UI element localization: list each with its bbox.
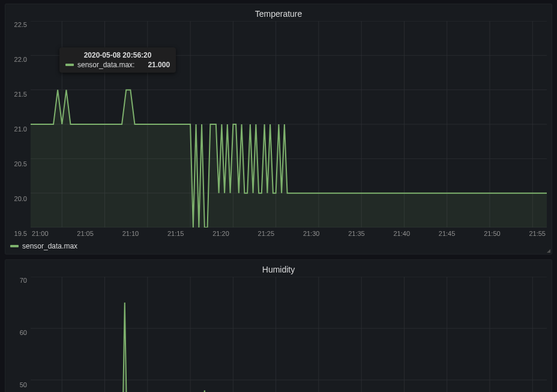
chart-area-humidity: 7060504030 21:0021:0521:1021:1521:2021:2… — [10, 277, 547, 392]
y-tick: 60 — [20, 329, 27, 336]
panel-humidity[interactable]: Humidity 7060504030 21:0021:0521:1021:15… — [5, 259, 552, 392]
y-tick: 20.5 — [14, 160, 27, 167]
panel-title-humidity: Humidity — [10, 265, 547, 274]
chart-area-temperature: 22.522.021.521.020.520.019.5 21:0021:052… — [10, 21, 547, 237]
y-axis-temperature: 22.522.021.521.020.520.019.5 — [10, 21, 31, 237]
x-tick: 21:15 — [167, 230, 184, 237]
x-tick: 21:35 — [348, 230, 365, 237]
y-tick: 20.0 — [14, 195, 27, 202]
x-tick: 21:00 — [32, 230, 49, 237]
y-tick: 19.5 — [14, 230, 27, 237]
x-tick: 21:55 — [529, 230, 546, 237]
y-tick: 50 — [20, 381, 27, 388]
panel-temperature[interactable]: Temperature 22.522.021.521.020.520.019.5… — [5, 4, 552, 255]
y-tick: 22.5 — [14, 21, 27, 28]
x-tick: 21:20 — [212, 230, 229, 237]
resize-handle-icon[interactable] — [547, 249, 550, 253]
svg-rect-20 — [31, 277, 547, 392]
y-tick: 22.0 — [14, 56, 27, 63]
panel-title-temperature: Temperature — [10, 9, 547, 19]
x-tick: 21:50 — [484, 230, 501, 237]
legend-swatch-icon — [10, 245, 19, 247]
legend-temperature[interactable]: sensor_data.max — [10, 242, 547, 250]
x-tick: 21:25 — [258, 230, 275, 237]
y-tick: 70 — [20, 277, 27, 284]
plot-humidity[interactable] — [31, 277, 547, 392]
x-tick: 21:30 — [303, 230, 320, 237]
x-tick: 21:05 — [77, 230, 94, 237]
legend-label: sensor_data.max — [22, 242, 77, 250]
x-axis-temperature: 21:0021:0521:1021:1521:2021:2521:3021:35… — [31, 230, 547, 237]
x-tick: 21:10 — [122, 230, 139, 237]
y-axis-humidity: 7060504030 — [10, 277, 31, 392]
y-tick: 21.5 — [14, 91, 27, 98]
x-tick: 21:45 — [439, 230, 456, 237]
x-tick: 21:40 — [394, 230, 411, 237]
y-tick: 21.0 — [14, 125, 27, 133]
plot-temperature[interactable] — [31, 21, 547, 228]
